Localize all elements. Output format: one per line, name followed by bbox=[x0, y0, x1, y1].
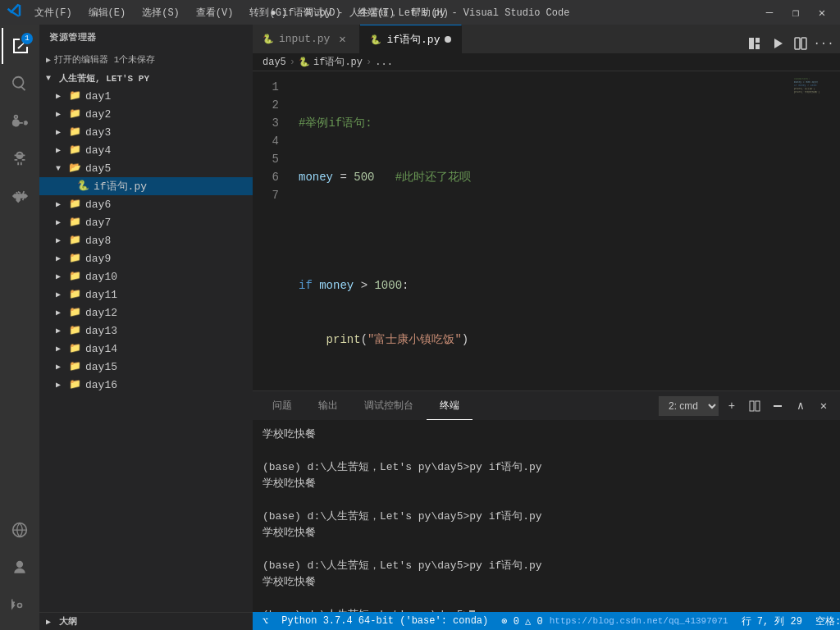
panel-tab-debug-console[interactable]: 调试控制台 bbox=[351, 391, 427, 420]
kill-terminal-button[interactable] bbox=[768, 396, 788, 416]
svg-rect-1 bbox=[795, 38, 800, 49]
day8-label: day8 bbox=[85, 235, 111, 247]
line-num-5: 5 bbox=[253, 150, 279, 168]
day14-label: day14 bbox=[85, 343, 117, 355]
panel-tab-problems[interactable]: 问题 bbox=[259, 391, 305, 420]
sidebar-item-day6[interactable]: ▶ 📁 day6 bbox=[39, 195, 253, 213]
day2-folder-icon: 📁 bbox=[69, 107, 82, 121]
line-num-3: 3 bbox=[253, 114, 279, 132]
code-line-5: print("富士康小镇吃饭") bbox=[299, 331, 791, 349]
status-remote[interactable]: ⌥ bbox=[259, 615, 272, 628]
panel-tab-terminal[interactable]: 终端 bbox=[427, 391, 472, 420]
code-line-1: #举例if语句: bbox=[299, 114, 791, 132]
project-root[interactable]: ▼ 人生苦短, LET'S PY bbox=[39, 69, 253, 87]
code-line-6 bbox=[299, 385, 791, 390]
new-terminal-button[interactable]: + bbox=[722, 396, 742, 416]
breadcrumb-ellipsis[interactable]: ... bbox=[375, 57, 393, 68]
outline-label: 大纲 bbox=[59, 615, 77, 628]
tab-input-py-close[interactable]: ✕ bbox=[335, 32, 349, 47]
sidebar-item-day13[interactable]: ▶ 📁 day13 bbox=[39, 322, 253, 340]
sidebar-item-day15[interactable]: ▶ 📁 day15 bbox=[39, 358, 253, 376]
close-button[interactable]: ✕ bbox=[810, 4, 833, 21]
day13-arrow: ▶ bbox=[56, 326, 69, 336]
search-activity-icon[interactable] bbox=[2, 66, 38, 102]
minimize-button[interactable]: — bbox=[758, 4, 781, 21]
sidebar-item-day3[interactable]: ▶ 📁 day3 bbox=[39, 123, 253, 141]
tab-if-py[interactable]: 🐍 if语句.py bbox=[360, 25, 462, 53]
tab-input-py[interactable]: 🐍 input.py ✕ bbox=[253, 25, 360, 53]
maximize-button[interactable]: ❐ bbox=[784, 4, 807, 21]
day5-folder-icon: 📂 bbox=[69, 162, 82, 175]
activity-bar: 1 bbox=[0, 25, 39, 630]
sidebar-item-day4[interactable]: ▶ 📁 day4 bbox=[39, 141, 253, 159]
panel-chevron-up[interactable]: ∧ bbox=[791, 396, 810, 416]
sidebar-item-day5[interactable]: ▼ 📂 day5 bbox=[39, 159, 253, 177]
code-content[interactable]: #举例if语句: money = 500 #此时还了花呗 if money > … bbox=[285, 71, 791, 390]
sidebar-item-day14[interactable]: ▶ 📁 day14 bbox=[39, 340, 253, 358]
split-editor-button[interactable] bbox=[745, 34, 765, 53]
day3-label: day3 bbox=[85, 126, 111, 139]
svg-rect-2 bbox=[801, 38, 806, 49]
sidebar-item-day9[interactable]: ▶ 📁 day9 bbox=[39, 249, 253, 267]
panel-tab-output[interactable]: 输出 bbox=[305, 391, 351, 420]
sidebar-item-day1[interactable]: ▶ 📁 day1 bbox=[39, 87, 253, 105]
settings-activity-icon[interactable] bbox=[2, 587, 38, 623]
sidebar-item-day8[interactable]: ▶ 📁 day8 bbox=[39, 231, 253, 249]
line-num-2: 2 bbox=[253, 96, 279, 114]
source-control-activity-icon[interactable] bbox=[2, 103, 38, 139]
sidebar-item-day7[interactable]: ▶ 📁 day7 bbox=[39, 213, 253, 231]
terminal-select[interactable]: 2: cmd bbox=[659, 396, 719, 416]
term-line-6: (base) d:\人生苦短，Let's py\day5>py if语句.py bbox=[262, 509, 830, 525]
menu-item-f[interactable]: 文件(F) bbox=[28, 4, 79, 21]
explorer-activity-icon[interactable]: 1 bbox=[2, 28, 38, 64]
sidebar-item-day10[interactable]: ▶ 📁 day10 bbox=[39, 267, 253, 285]
menu-item-s[interactable]: 选择(S) bbox=[135, 4, 186, 21]
debug-activity-icon[interactable] bbox=[2, 141, 38, 177]
code-editor[interactable]: 1 2 3 4 5 6 7 #举例if语句: money = 500 #此时还了… bbox=[253, 71, 840, 390]
code-line-4: if money > 1000: bbox=[299, 276, 791, 294]
menu-item-v[interactable]: 查看(V) bbox=[189, 4, 240, 21]
sidebar-item-day11[interactable]: ▶ 📁 day11 bbox=[39, 285, 253, 304]
panel-close-button[interactable]: ✕ bbox=[814, 396, 833, 416]
titlebar-controls: — ❐ ✕ bbox=[758, 4, 833, 21]
day16-label: day16 bbox=[85, 379, 117, 391]
outline-arrow: ▶ bbox=[46, 617, 59, 627]
day11-label: day11 bbox=[85, 289, 117, 301]
day6-arrow: ▶ bbox=[56, 199, 69, 209]
accounts-activity-icon[interactable] bbox=[2, 550, 38, 586]
tab-input-py-icon: 🐍 bbox=[262, 34, 274, 44]
split-view-button[interactable] bbox=[791, 34, 810, 53]
run-code-button[interactable] bbox=[768, 34, 788, 53]
sidebar-item-day16[interactable]: ▶ 📁 day16 bbox=[39, 376, 253, 394]
more-actions-button[interactable]: ··· bbox=[814, 34, 833, 53]
breadcrumb-if-file[interactable]: if语句.py bbox=[313, 55, 363, 69]
breadcrumb-day5[interactable]: day5 bbox=[262, 57, 286, 68]
sidebar-item-day2[interactable]: ▶ 📁 day2 bbox=[39, 105, 253, 123]
term-line-7: 学校吃快餐 bbox=[262, 525, 830, 541]
outline-section[interactable]: ▶ 大纲 bbox=[39, 612, 253, 630]
tabs-bar: 🐍 input.py ✕ 🐍 if语句.py bbox=[253, 25, 840, 53]
status-spaces[interactable]: 空格: 4 bbox=[812, 614, 840, 628]
term-line-1: 学校吃快餐 bbox=[262, 427, 830, 443]
sidebar-item-day12[interactable]: ▶ 📁 day12 bbox=[39, 304, 253, 322]
terminal-content[interactable]: 学校吃快餐 (base) d:\人生苦短，Let's py\day5>py if… bbox=[253, 420, 840, 612]
status-csdn-link[interactable]: https://blog.csdn.net/qq_41397071 bbox=[546, 616, 732, 626]
project-arrow: ▼ bbox=[46, 74, 59, 83]
svg-rect-4 bbox=[756, 401, 760, 411]
day16-arrow: ▶ bbox=[56, 380, 69, 390]
sidebar-item-if-file[interactable]: 🐍 if语句.py bbox=[39, 177, 253, 195]
status-errors[interactable]: ⊗ 0 △ 0 bbox=[498, 615, 546, 628]
status-position[interactable]: 行 7, 列 29 bbox=[738, 614, 806, 628]
split-terminal-button[interactable] bbox=[745, 396, 765, 416]
day4-folder-icon: 📁 bbox=[69, 144, 82, 157]
day9-label: day9 bbox=[85, 253, 111, 265]
open-editors-header[interactable]: ▶ 打开的编辑器 1个未保存 bbox=[39, 50, 253, 69]
remote-activity-icon[interactable] bbox=[2, 512, 38, 548]
status-python-env[interactable]: Python 3.7.4 64-bit ('base': conda) bbox=[278, 615, 491, 627]
menu-item-e[interactable]: 编辑(E) bbox=[82, 4, 133, 21]
file-tree: ▼ 人生苦短, LET'S PY ▶ 📁 day1 ▶ 📁 day2 ▶ 📁 d… bbox=[39, 69, 253, 612]
extensions-activity-icon[interactable] bbox=[2, 179, 38, 215]
svg-rect-3 bbox=[750, 401, 754, 411]
day15-folder-icon: 📁 bbox=[69, 360, 82, 373]
svg-rect-5 bbox=[774, 405, 782, 407]
